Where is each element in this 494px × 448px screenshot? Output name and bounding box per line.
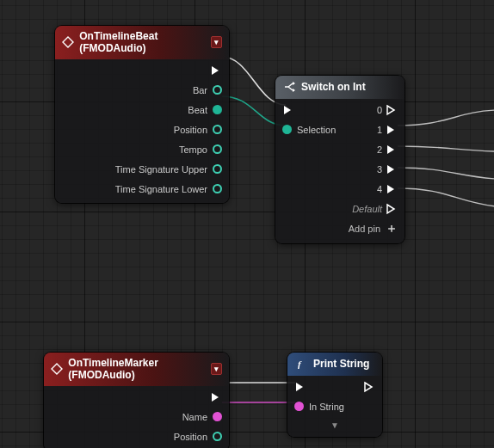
output-tsu[interactable]: Time Signature Upper bbox=[62, 162, 222, 176]
output-position[interactable]: Position bbox=[62, 122, 222, 137]
node-header[interactable]: OnTimelineBeat (FMODAudio) ▾ bbox=[55, 26, 229, 59]
pin-label: Time Signature Lower bbox=[115, 184, 207, 194]
pin-label: Position bbox=[174, 125, 207, 135]
node-header[interactable]: OnTimelineMarker (FMODAudio) ▾ bbox=[44, 353, 229, 386]
pin-label: Position bbox=[174, 432, 207, 442]
pin-label: In String bbox=[309, 402, 344, 412]
switch-icon bbox=[282, 80, 296, 94]
event-icon bbox=[62, 35, 74, 49]
data-pin-icon bbox=[213, 164, 222, 174]
exec-out-pin[interactable] bbox=[62, 63, 222, 77]
pin-label: 4 bbox=[377, 184, 382, 194]
data-pin-icon bbox=[213, 144, 222, 154]
expand-icon[interactable]: ▾ bbox=[211, 363, 222, 375]
exec-out-pin[interactable] bbox=[363, 381, 375, 393]
output-bar[interactable]: Bar bbox=[62, 83, 222, 97]
node-title: OnTimelineBeat (FMODAudio) bbox=[79, 30, 211, 54]
output-tsl[interactable]: Time Signature Lower bbox=[62, 181, 222, 196]
input-selection[interactable]: Selection bbox=[282, 125, 336, 135]
node-print-string[interactable]: f Print String In String ▼ bbox=[287, 353, 382, 437]
pin-label: 1 bbox=[377, 125, 382, 135]
svg-marker-1 bbox=[293, 82, 295, 85]
svg-text:f: f bbox=[298, 359, 302, 369]
data-pin-icon bbox=[294, 402, 304, 411]
node-title: Print String bbox=[313, 358, 369, 370]
data-pin-icon bbox=[213, 184, 222, 193]
pin-label: 2 bbox=[377, 144, 382, 155]
pin-label: Bar bbox=[193, 85, 207, 95]
exec-out-pin[interactable] bbox=[51, 390, 222, 404]
output-default[interactable]: Default bbox=[282, 201, 398, 216]
exec-in-pin[interactable] bbox=[282, 104, 294, 116]
node-header[interactable]: Switch on Int bbox=[275, 76, 404, 99]
output-2[interactable]: 2 bbox=[282, 142, 398, 156]
node-title: OnTimelineMarker (FMODAudio) bbox=[68, 357, 211, 381]
output-position[interactable]: Position bbox=[51, 429, 222, 444]
svg-marker-3 bbox=[52, 364, 62, 374]
add-pin-button[interactable]: Add pin ＋ bbox=[282, 221, 398, 236]
output-4[interactable]: 4 bbox=[282, 181, 398, 196]
pin-label: Beat bbox=[188, 105, 207, 115]
event-icon bbox=[51, 362, 63, 376]
data-pin-icon bbox=[213, 432, 222, 441]
output-1[interactable]: 1 bbox=[377, 124, 398, 136]
pin-label: 3 bbox=[377, 164, 382, 175]
expand-icon[interactable]: ▾ bbox=[211, 36, 222, 48]
data-pin-icon bbox=[213, 125, 222, 134]
input-in-string[interactable]: In String bbox=[294, 399, 375, 414]
node-title: Switch on Int bbox=[301, 81, 366, 93]
pin-label: Default bbox=[352, 204, 382, 214]
pin-label: Name bbox=[182, 412, 207, 422]
output-tempo[interactable]: Tempo bbox=[62, 142, 222, 156]
expand-advanced-button[interactable]: ▼ bbox=[294, 420, 375, 430]
svg-marker-2 bbox=[293, 89, 295, 92]
exec-in-pin[interactable] bbox=[294, 381, 306, 393]
function-icon: f bbox=[294, 357, 308, 371]
svg-marker-0 bbox=[63, 37, 73, 47]
output-3[interactable]: 3 bbox=[282, 162, 398, 176]
node-on-timeline-beat[interactable]: OnTimelineBeat (FMODAudio) ▾ Bar Beat Po… bbox=[55, 26, 229, 203]
pin-label: Selection bbox=[297, 125, 336, 135]
node-on-timeline-marker[interactable]: OnTimelineMarker (FMODAudio) ▾ Name Posi… bbox=[44, 353, 229, 448]
pin-label: 0 bbox=[377, 105, 382, 115]
output-name[interactable]: Name bbox=[51, 409, 222, 424]
output-0[interactable]: 0 bbox=[377, 104, 398, 116]
data-pin-icon bbox=[282, 125, 292, 134]
pin-label: Tempo bbox=[179, 144, 207, 155]
data-pin-icon bbox=[213, 412, 222, 421]
data-pin-icon bbox=[213, 85, 222, 95]
plus-icon: ＋ bbox=[386, 221, 398, 236]
data-pin-icon bbox=[213, 105, 222, 114]
pin-label: Time Signature Upper bbox=[115, 164, 207, 175]
output-beat[interactable]: Beat bbox=[62, 102, 222, 117]
node-header[interactable]: f Print String bbox=[287, 353, 382, 376]
node-switch-on-int[interactable]: Switch on Int 0 Selection 1 2 3 bbox=[275, 76, 404, 243]
add-pin-label: Add pin bbox=[349, 224, 380, 234]
